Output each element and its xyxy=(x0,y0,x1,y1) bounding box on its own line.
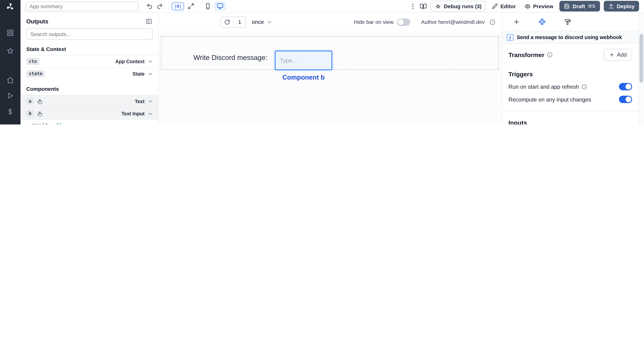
top-toolbar: |0| ⋮ Debug runs (3) Editor Preview Draf… xyxy=(20,0,644,13)
state-context-title: State & Context xyxy=(20,40,158,55)
component-settings-panel: f Send a message to discord using webhoo… xyxy=(502,13,638,124)
result-key: result xyxy=(31,122,48,124)
redo-icon[interactable] xyxy=(156,3,163,10)
mobile-view-icon[interactable] xyxy=(204,3,211,10)
preview-tab-button[interactable]: Preview xyxy=(522,2,556,11)
component-settings-tab-icon[interactable] xyxy=(538,18,546,26)
docs-book-icon[interactable] xyxy=(420,3,427,10)
deploy-label: Deploy xyxy=(617,3,634,9)
hide-bar-toggle[interactable] xyxy=(397,18,410,26)
state-badge: state xyxy=(26,70,45,77)
outputs-title: Outputs xyxy=(26,18,48,24)
scrollbar-thumb[interactable] xyxy=(640,34,643,82)
run-on-start-toggle[interactable] xyxy=(619,83,632,90)
output-row-ctx[interactable]: ctx App Context xyxy=(20,55,158,68)
add-label: Add xyxy=(617,52,627,58)
canvas-width-toggle[interactable]: |0| xyxy=(172,2,184,10)
collapse-panel-icon[interactable] xyxy=(146,18,152,24)
draft-label: Draft xyxy=(572,3,585,9)
home-icon[interactable] xyxy=(6,76,14,84)
page-scrollbar[interactable] xyxy=(638,13,644,124)
draft-button[interactable]: Draft ⌘S xyxy=(560,1,600,12)
windmill-app-editor: |0| ⋮ Debug runs (3) Editor Preview Draf… xyxy=(0,0,644,124)
info-icon[interactable] xyxy=(582,84,587,89)
inputs-title: Inputs xyxy=(508,119,632,124)
hand-pointer-icon[interactable] xyxy=(37,110,43,116)
component-b-annotation: Component b xyxy=(275,74,332,82)
component-b-type: Text Input xyxy=(121,110,144,116)
app-summary-input[interactable] xyxy=(26,2,138,11)
ctx-badge: ctx xyxy=(26,58,39,65)
refresh-mode-dropdown[interactable]: once xyxy=(252,19,272,25)
textinput-component-b[interactable] xyxy=(275,50,332,70)
output-row-component-a[interactable]: a Text xyxy=(20,95,158,107)
canvas-toolbar: 1 once Hide bar on view Author henri@win… xyxy=(159,13,502,31)
app-canvas[interactable]: Write Discord message: Component b − 100… xyxy=(159,31,502,124)
component-a-type: Text xyxy=(135,98,144,104)
insert-component-plus-icon[interactable] xyxy=(513,18,520,25)
result-value: "" xyxy=(56,122,62,124)
styling-paint-roller-icon[interactable] xyxy=(564,18,572,25)
add-transformer-button[interactable]: Add xyxy=(604,49,632,61)
info-icon[interactable] xyxy=(490,19,495,25)
output-row-component-b[interactable]: b Text Input xyxy=(20,107,158,120)
variables-dollar-icon[interactable] xyxy=(6,108,14,116)
info-icon[interactable] xyxy=(547,52,552,58)
selected-runnable-title: Send a message to discord using webhook xyxy=(517,34,622,40)
trigger-start-label: Run on start and app refresh xyxy=(508,84,579,90)
debug-runs-label: Debug runs (3) xyxy=(444,3,482,9)
selected-runnable-header: f Send a message to discord using webhoo… xyxy=(502,31,638,44)
save-icon xyxy=(564,3,570,9)
center-area: 1 once Hide bar on view Author henri@win… xyxy=(159,13,502,124)
apps-grid-icon[interactable] xyxy=(6,29,14,37)
outputs-search-input[interactable] xyxy=(26,28,153,40)
author-label: Author henri@windmill.dev xyxy=(421,19,485,25)
bug-icon xyxy=(435,3,441,9)
component-b-result-row: result : "" xyxy=(20,120,158,124)
pencil-icon xyxy=(492,3,498,9)
preview-eye-icon xyxy=(524,3,530,9)
windmill-logo-icon[interactable] xyxy=(5,2,15,12)
outputs-panel: Outputs State & Context ctx App Context … xyxy=(20,13,158,124)
refresh-icon[interactable] xyxy=(221,17,234,28)
favorites-star-icon[interactable] xyxy=(6,47,14,55)
refresh-count-group[interactable]: 1 xyxy=(220,16,246,28)
refresh-count: 1 xyxy=(234,19,246,25)
hand-pointer-icon[interactable] xyxy=(37,98,43,104)
components-title: Components xyxy=(20,80,158,95)
function-icon: f xyxy=(507,34,514,40)
preview-label: Preview xyxy=(533,3,553,9)
component-b-badge: b xyxy=(26,110,34,117)
transformer-title: Transformer xyxy=(508,51,544,58)
chevron-down-icon[interactable] xyxy=(148,71,153,76)
chevron-up-icon[interactable] xyxy=(148,110,153,116)
component-b-input[interactable] xyxy=(280,57,327,64)
deploy-button[interactable]: Deploy xyxy=(604,1,639,12)
hide-bar-label: Hide bar on view xyxy=(354,19,394,25)
left-nav-rail xyxy=(0,0,20,124)
editor-tab-button[interactable]: Editor xyxy=(490,2,518,11)
component-a-badge: a xyxy=(26,98,34,105)
chevron-down-icon[interactable] xyxy=(148,58,153,64)
undo-icon[interactable] xyxy=(146,3,153,10)
chevron-down-icon xyxy=(266,19,272,25)
deploy-icon xyxy=(608,3,614,9)
desktop-view-icon[interactable] xyxy=(215,2,226,11)
ctx-type-label: App Context xyxy=(115,58,144,64)
refresh-mode-label: once xyxy=(252,19,264,25)
state-type-label: State xyxy=(132,71,144,76)
text-component-a[interactable]: Write Discord message: xyxy=(194,54,268,62)
debug-runs-button[interactable]: Debug runs (3) xyxy=(430,1,486,12)
chevron-down-icon[interactable] xyxy=(148,98,153,104)
triggers-title: Triggers xyxy=(508,71,632,78)
runs-play-icon[interactable] xyxy=(6,92,14,100)
draft-shortcut: ⌘S xyxy=(588,4,596,9)
colon: : xyxy=(51,122,54,124)
settings-tabs xyxy=(502,13,638,31)
more-menu-kebab-icon[interactable]: ⋮ xyxy=(410,2,416,10)
fullscreen-icon[interactable] xyxy=(188,3,194,10)
output-row-state[interactable]: state State xyxy=(20,68,158,80)
editor-label: Editor xyxy=(500,3,516,9)
trigger-recompute-label: Recompute on any input changes xyxy=(508,96,591,102)
recompute-toggle[interactable] xyxy=(619,96,632,103)
